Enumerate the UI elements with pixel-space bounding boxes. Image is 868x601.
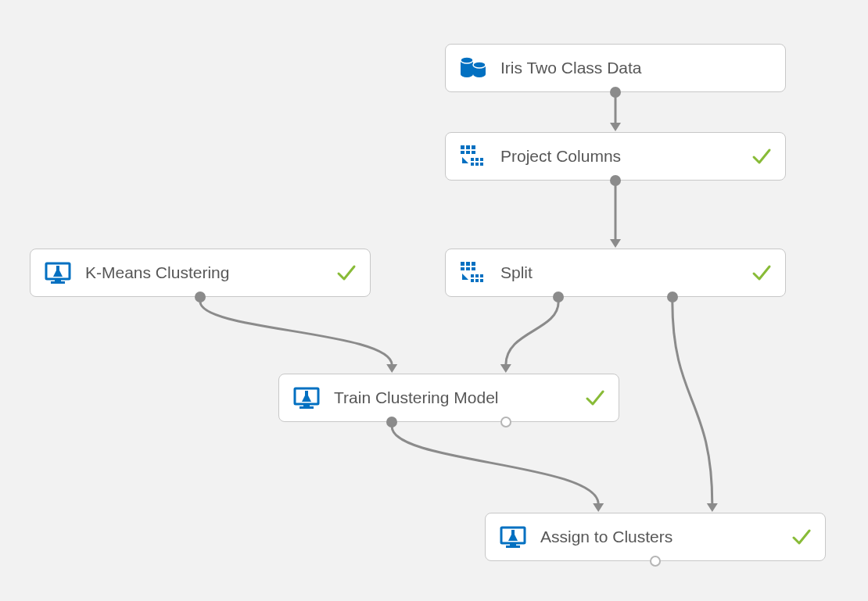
edge: [506, 302, 558, 365]
experiment-icon: [30, 249, 85, 296]
svg-rect-21: [466, 262, 470, 266]
output-port[interactable]: [610, 175, 621, 186]
svg-rect-22: [472, 262, 475, 266]
svg-rect-13: [472, 151, 475, 154]
project-columns-icon: [446, 249, 500, 296]
output-port[interactable]: [195, 292, 206, 302]
node-label: Assign to Clusters: [540, 528, 778, 546]
svg-rect-39: [510, 543, 516, 546]
node-label: Iris Two Class Data: [500, 59, 738, 77]
node-status: [738, 45, 785, 91]
svg-rect-12: [466, 151, 470, 154]
svg-rect-17: [471, 163, 474, 166]
svg-rect-19: [480, 163, 483, 166]
experiment-icon: [279, 374, 334, 421]
diagram-canvas[interactable]: Iris Two Class Data Project Columns: [0, 0, 868, 601]
svg-point-5: [473, 71, 486, 77]
node-label: Train Clustering Model: [334, 388, 572, 407]
status-ok-icon: [572, 374, 619, 421]
arrowhead-icon: [610, 123, 621, 131]
svg-rect-18: [475, 163, 479, 166]
output-port[interactable]: [386, 417, 397, 427]
status-ok-icon: [323, 249, 370, 296]
svg-rect-26: [471, 274, 474, 277]
svg-rect-30: [475, 279, 479, 282]
svg-rect-16: [480, 158, 483, 161]
experiment-icon: [486, 513, 540, 560]
output-port[interactable]: [650, 556, 661, 567]
svg-rect-27: [475, 274, 479, 277]
svg-rect-14: [471, 158, 474, 161]
svg-rect-33: [55, 279, 61, 281]
status-ok-icon: [738, 249, 785, 296]
project-columns-icon: [446, 133, 500, 180]
node-project-columns[interactable]: Project Columns: [445, 132, 786, 181]
svg-rect-36: [303, 404, 310, 406]
arrowhead-icon: [707, 503, 718, 512]
arrowhead-icon: [593, 503, 604, 512]
node-label: Project Columns: [500, 147, 738, 166]
svg-rect-9: [466, 145, 470, 149]
dataset-icon: [446, 45, 500, 91]
svg-rect-28: [480, 274, 483, 277]
status-ok-icon: [738, 133, 785, 180]
output-port[interactable]: [610, 87, 621, 98]
svg-rect-25: [472, 267, 475, 270]
svg-rect-15: [475, 158, 479, 161]
status-ok-icon: [778, 513, 825, 560]
svg-rect-8: [461, 145, 464, 149]
node-assign-to-clusters[interactable]: Assign to Clusters: [485, 513, 826, 561]
node-kmeans-clustering[interactable]: K-Means Clustering: [30, 249, 371, 297]
output-port[interactable]: [667, 292, 678, 302]
edge: [200, 302, 392, 365]
svg-rect-40: [506, 546, 520, 548]
arrowhead-icon: [500, 364, 511, 373]
output-port[interactable]: [553, 292, 564, 302]
node-iris-two-class-data[interactable]: Iris Two Class Data: [445, 44, 786, 92]
edge: [392, 427, 598, 504]
node-split[interactable]: Split: [445, 249, 786, 297]
svg-point-2: [461, 71, 473, 77]
arrowhead-icon: [610, 239, 621, 248]
svg-rect-34: [51, 281, 65, 284]
edge: [673, 302, 712, 504]
svg-rect-24: [466, 267, 470, 270]
node-label: Split: [500, 263, 738, 282]
svg-rect-20: [461, 262, 464, 266]
svg-rect-31: [480, 279, 483, 282]
node-label: K-Means Clustering: [85, 263, 323, 282]
svg-rect-10: [472, 145, 475, 149]
svg-rect-23: [461, 267, 464, 270]
arrowhead-icon: [386, 364, 397, 373]
output-port[interactable]: [500, 417, 511, 427]
svg-rect-37: [299, 406, 314, 409]
node-train-clustering-model[interactable]: Train Clustering Model: [278, 374, 619, 422]
svg-rect-11: [461, 151, 464, 154]
svg-rect-29: [471, 279, 474, 282]
